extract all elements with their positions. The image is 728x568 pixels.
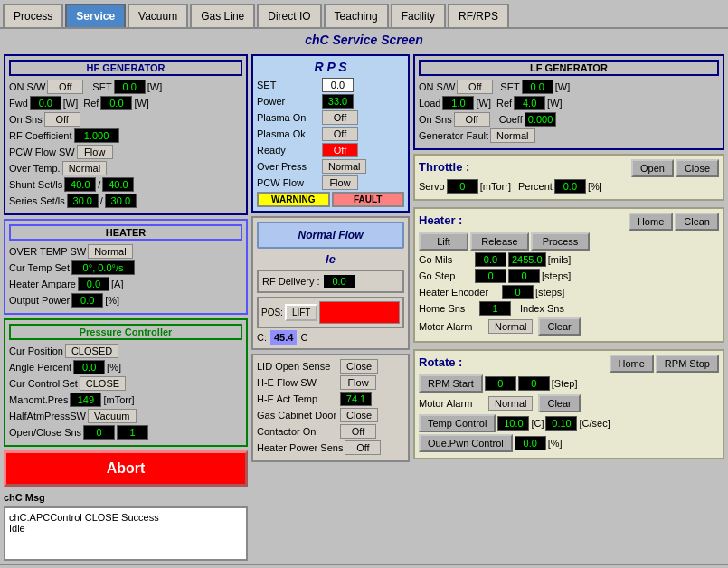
rps-ready-value[interactable]: Off: [322, 143, 358, 157]
pressure-angle-label: Angle Percent: [9, 362, 71, 373]
lf-on-sw-value[interactable]: Off: [457, 80, 493, 94]
contactor-value[interactable]: Off: [340, 424, 376, 439]
pressure-mano-row: Manomt.Pres 149 [mTorr]: [9, 393, 242, 407]
rotate-rpm-start-button[interactable]: RPM Start: [419, 374, 483, 393]
rotate-home-button[interactable]: Home: [610, 355, 654, 373]
rps-ready-label: Ready: [257, 145, 320, 156]
rotate-temp-unit: [C]: [531, 418, 544, 429]
heater-encoder-label: Heater Encoder: [419, 287, 500, 298]
rps-over-press-value[interactable]: Normal: [322, 159, 366, 174]
tab-facility[interactable]: Facility: [391, 4, 446, 27]
heater-release-button[interactable]: Release: [470, 232, 529, 251]
rotate-pwr-ctrl-button[interactable]: Oue.Pwn Control: [419, 434, 513, 452]
heater-clear-button[interactable]: Clear: [538, 317, 580, 336]
tab-gasline[interactable]: Gas Line: [190, 4, 255, 27]
hf-shunt-label: Shunt Set/ls: [9, 179, 62, 190]
hf-fwd-row: Fwd 0.0 [W] Ref 0.0 [W]: [9, 96, 242, 110]
rps-set-label: SET: [257, 80, 320, 90]
msg-line2: Idle: [9, 523, 242, 534]
tab-directio[interactable]: Direct IO: [257, 4, 321, 27]
warning-button[interactable]: WARNING: [257, 192, 330, 207]
gas-cab-value[interactable]: Close: [340, 408, 378, 422]
hf-over-temp-value[interactable]: Normal: [62, 161, 107, 175]
heater-over-temp-value[interactable]: Normal: [88, 244, 132, 259]
heater-power-value[interactable]: Off: [345, 440, 381, 455]
he-flow-value[interactable]: Flow: [340, 375, 376, 390]
throttle-title-row: Throttle : Open Close: [419, 159, 719, 177]
heater-panel: HEATER OVER TEMP SW Normal Cur Temp Set …: [4, 219, 248, 315]
hf-fwd-unit: [W]: [63, 98, 79, 109]
pressure-half-atm-value[interactable]: Vacuum: [88, 409, 137, 423]
throttle-servo-row: Servo 0 [mTorr] Percent 0.0 [%]: [419, 179, 719, 194]
rotate-temp-control-row: Temp Control 10.0 [C] 0.10 [C/sec]: [419, 414, 719, 432]
lf-on-sns-value[interactable]: Off: [454, 112, 490, 127]
heater-home-button[interactable]: Home: [629, 213, 673, 231]
lf-load-value: 1.0: [442, 96, 474, 110]
hf-over-temp-row: Over Temp. Normal: [9, 161, 242, 175]
rps-plasma-ok-label: Plasma Ok: [257, 128, 320, 139]
hf-ref-value: 0.0: [100, 96, 132, 110]
lid-open-value[interactable]: Close: [340, 359, 378, 374]
lf-ref-unit: [W]: [547, 98, 563, 109]
hf-generator-panel: HF GENERATOR ON S/W Off SET 0.0 [W] Fwd …: [4, 54, 248, 215]
tab-service[interactable]: Service: [65, 4, 126, 27]
tab-vacuum[interactable]: Vacuum: [128, 4, 188, 27]
hf-series-sep: /: [100, 195, 103, 206]
heater-ampare-row: Heater Ampare 0.0 [A]: [9, 277, 242, 291]
heater-clean-button[interactable]: Clean: [675, 213, 719, 231]
pressure-mano-label: Manomt.Pres: [9, 394, 68, 405]
lf-generator-panel: LF GENERATOR ON S/W Off SET 0.0 [W] Load…: [413, 54, 724, 150]
he-temp-row: H-E Act Temp 74.1: [257, 392, 404, 406]
hf-shunt-val2: 40.0: [102, 177, 134, 192]
pressure-cur-pos-row: Cur Position CLOSED: [9, 344, 242, 358]
heater-go-mils-label: Go Mils: [419, 254, 473, 265]
heater-ampare-value: 0.0: [78, 277, 109, 291]
pressure-open-close-row: Open/Close Sns 0 1: [9, 425, 242, 440]
lift-button[interactable]: LIFT: [285, 304, 318, 321]
rotate-motor-alarm-label: Motor Alarm: [419, 398, 487, 409]
pressure-panel: Pressure Controller Cur Position CLOSED …: [4, 318, 248, 447]
throttle-close-button[interactable]: Close: [676, 159, 719, 177]
heater-motor-alarm-value[interactable]: Normal: [488, 319, 533, 334]
rotate-title-row: Rotate : Home RPM Stop: [419, 355, 719, 373]
heater-go-step-row: Go Step 0 0 [steps]: [419, 269, 719, 283]
hf-on-sw-row: ON S/W Off SET 0.0 [W]: [9, 80, 242, 94]
rps-pcw-flow-value[interactable]: Flow: [322, 175, 358, 190]
heater-right-title-row: Heater : Home Clean: [419, 213, 719, 231]
tab-teaching[interactable]: Teaching: [324, 4, 389, 27]
pressure-half-atm-row: HalfAtmPressSW Vacuum: [9, 409, 242, 423]
heater-encoder-unit: [steps]: [535, 287, 564, 298]
rotate-motor-alarm-value[interactable]: Normal: [488, 396, 533, 411]
he-flow-label: H-E Flow SW: [257, 377, 338, 388]
heater-go-mils-val2: 2455.0: [508, 252, 546, 267]
lf-set-value: 0.0: [522, 80, 553, 94]
heater-lift-button[interactable]: Lift: [419, 232, 468, 251]
hf-on-sns-value[interactable]: Off: [44, 112, 80, 127]
rps-plasma-ok-value[interactable]: Off: [322, 127, 358, 141]
fault-button[interactable]: FAULT: [332, 192, 405, 207]
rps-panel: R P S SET 0.0 Power 33.0 Plasma On Off P…: [251, 54, 410, 213]
lf-fault-value[interactable]: Normal: [490, 128, 534, 143]
nav-bar: Process Service Vacuum Gas Line Direct I…: [0, 0, 728, 27]
rotate-temp-control-button[interactable]: Temp Control: [419, 414, 496, 432]
throttle-open-button[interactable]: Open: [631, 159, 674, 177]
lf-coeff-value: 0.000: [525, 112, 557, 127]
rotate-rpm-stop-button[interactable]: RPM Stop: [656, 355, 719, 373]
hf-on-sw-value[interactable]: Off: [47, 80, 83, 94]
hf-shunt-val1: 40.0: [64, 177, 96, 192]
throttle-servo-value: 0: [447, 179, 478, 194]
lf-ref-value: 4.0: [514, 96, 545, 110]
rps-title: R P S: [257, 60, 404, 74]
rotate-clear-button[interactable]: Clear: [538, 394, 580, 412]
rotate-panel: Rotate : Home RPM Stop RPM Start 0 0 [St…: [413, 349, 724, 459]
rps-plasma-on-value[interactable]: Off: [322, 110, 358, 125]
heater-right-lift-row: Lift Release Process: [419, 232, 719, 251]
heater-process-button[interactable]: Process: [531, 232, 590, 251]
tab-rfrps[interactable]: RF/RPS: [448, 4, 509, 27]
pressure-angle-row: Angle Percent 0.0 [%]: [9, 360, 242, 374]
tab-process[interactable]: Process: [3, 4, 63, 27]
abort-button[interactable]: Abort: [4, 450, 248, 487]
hf-pcw-flow-value[interactable]: Flow: [77, 145, 113, 159]
rotate-rpm-val1: 0: [485, 376, 516, 391]
rf-area: Normal Flow Ie RF Delivery : 0.0 POS: LI…: [251, 216, 410, 350]
